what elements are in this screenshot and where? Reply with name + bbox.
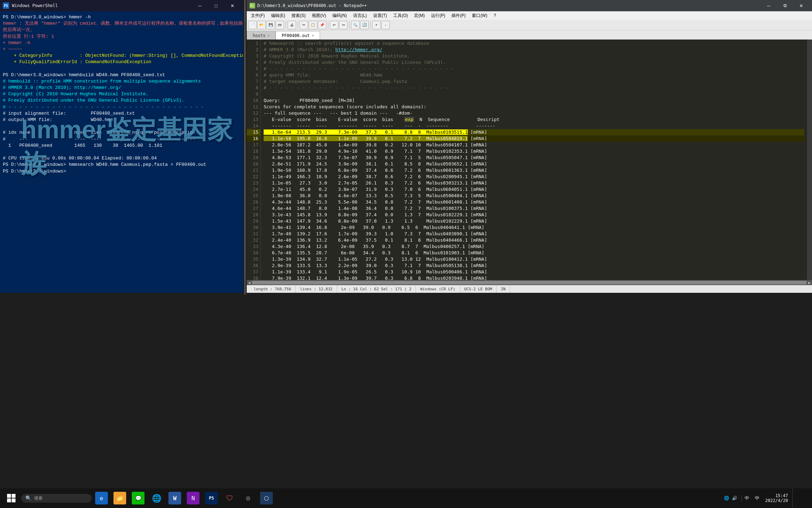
code-line-24: 2.7e-11 45.0 0.2 3.8e-07 31.9 0.3 7.0 6 … — [264, 186, 804, 193]
menu-window[interactable]: 窗口(W) — [469, 12, 490, 19]
ps-line: # Freely distributed under the GNU Gener… — [3, 97, 240, 104]
menu-help[interactable]: ? — [491, 12, 499, 19]
line-num: 26 — [247, 199, 260, 205]
code-line-23: 1.1e-05 27.3 3.0 2.7e-05 26.1 0.3 7.2 6 … — [264, 180, 804, 186]
taskbar: 🔍 搜索 e 📁 💬 🌐 W N PS — [0, 488, 812, 508]
line-num: 21 — [247, 167, 260, 174]
toolbar-replace[interactable]: 🔄 — [360, 21, 369, 29]
code-line-5: # - - - - - - - - - - - - - - - - - - - … — [264, 66, 804, 72]
start-icon — [7, 494, 16, 502]
taskbar-word-icon[interactable]: W — [166, 488, 183, 508]
line-num: 1 — [247, 40, 260, 47]
menu-tools[interactable]: 工具(O) — [390, 12, 411, 19]
start-button[interactable] — [3, 490, 20, 507]
menu-macro[interactable]: 宏(M) — [411, 12, 427, 19]
line-num: 20 — [247, 161, 260, 167]
ime-indicator[interactable]: 中 — [742, 495, 752, 501]
npp-close-button[interactable]: ✕ — [793, 0, 809, 11]
line-num: 10 — [247, 97, 260, 104]
ps-line — [3, 66, 240, 72]
ps-line: + hmmer -h — [3, 40, 240, 46]
code-line-22: 1.1e-49 166.3 18.9 2.6e-09 38.7 0.6 7.2 … — [264, 174, 804, 180]
taskbar-terminal-icon[interactable]: ⬡ — [258, 488, 275, 508]
tab-hosts[interactable]: hosts ✕ — [247, 31, 276, 40]
menu-language[interactable]: 语言(L) — [350, 12, 370, 19]
ps-minimize-button[interactable]: ─ — [192, 0, 208, 11]
code-line-11: Scores for complete sequences (score inc… — [264, 104, 804, 110]
ps-line: PS D:\hmmer3.0_windows> — [3, 168, 240, 175]
toolbar-copy[interactable]: 📋 — [309, 21, 317, 29]
menu-run[interactable]: 运行(P) — [428, 12, 448, 19]
taskbar-security-icon[interactable]: 🛡 — [221, 488, 238, 508]
taskbar-explorer-icon[interactable]: 📁 — [111, 488, 128, 508]
toolbar-undo[interactable]: ↩ — [330, 21, 338, 29]
menu-search[interactable]: 搜索(S) — [289, 12, 308, 19]
toolbar-zoomout[interactable]: - — [381, 21, 390, 29]
status-position: Ln : 16 Col : 62 Sel : 171 | 2 — [337, 285, 416, 293]
ps-content: PS D:\hmmer3.0_windows> hmmer -h hmmer :… — [0, 11, 243, 293]
menu-plugins[interactable]: 插件(P) — [449, 12, 468, 19]
taskbar-ps-icon[interactable]: PS — [203, 488, 220, 508]
toolbar-saveall[interactable]: 🗃 — [276, 21, 284, 29]
taskbar-date: 2022/4/20 — [765, 498, 788, 503]
show-desktop-button[interactable] — [792, 488, 806, 508]
tray-network-icon[interactable]: 🌐 — [724, 496, 729, 501]
line-num: 23 — [247, 180, 260, 186]
npp-vertical-scrollbar[interactable] — [807, 40, 812, 280]
ps-line: PS D:\hmmer3.0_windows> hmmsearch WD40.h… — [3, 162, 240, 168]
line-num: 29 — [247, 218, 260, 224]
line-num: 15 — [247, 129, 260, 135]
npp-editor: 1 2 3 4 5 6 7 8 9 10 11 12 13 14 15 16 1… — [247, 40, 812, 280]
taskbar-wechat-icon[interactable]: 💬 — [130, 488, 147, 508]
line-num: 30 — [247, 224, 260, 231]
npp-window-controls: ─ ⧉ ✕ — [761, 0, 809, 11]
system-tray: 🌐 🔊 — [721, 496, 740, 501]
toolbar-redo[interactable]: ↪ — [339, 21, 347, 29]
ps-window-title: Windows PowerShell — [12, 3, 189, 8]
ps-line: # --- ---- ---- ---- -------- ------ ---… — [3, 136, 240, 143]
npp-titlebar: N+ D:\hmmer3.0_windows\PF00400.out - Not… — [247, 0, 812, 11]
menu-settings[interactable]: 设置(T) — [370, 12, 390, 19]
toolbar-print[interactable]: 🖨 — [288, 21, 296, 29]
ps-window-icon: PS — [3, 2, 9, 9]
menu-encoding[interactable]: 编码(N) — [330, 12, 350, 19]
taskbar-clock[interactable]: 15:47 2022/4/20 — [762, 492, 791, 504]
line-num: 3 — [247, 53, 260, 59]
menu-file[interactable]: 文件(F) — [248, 12, 267, 19]
line-num: 27 — [247, 205, 260, 212]
code-editor-content[interactable]: # hmmsearch :: search profile(s) against… — [261, 40, 807, 280]
tab-hosts-close[interactable]: ✕ — [267, 34, 270, 37]
npp-minimize-button[interactable]: ─ — [761, 0, 777, 11]
window-divider — [244, 0, 246, 295]
menu-edit[interactable]: 编辑(E) — [268, 12, 288, 19]
taskbar-settings-icon[interactable]: ⚙ — [240, 488, 257, 508]
menu-view[interactable]: 视图(V) — [309, 12, 329, 19]
code-line-15: 1.6e-64 213.5 29.3 7.3e-09 37.3 0.1 8.8 … — [264, 129, 804, 135]
ps-close-button[interactable]: ✕ — [224, 0, 240, 11]
npp-horizontal-scrollbar[interactable]: ◀ ▶ — [247, 280, 812, 285]
code-line-25: 1.9e-08 36.0 0.0 4.6e-07 33.3 0.5 7.3 5 … — [264, 193, 804, 199]
notifications-icon[interactable]: 中 — [753, 495, 761, 501]
code-line-20: 2.8e-51 171.9 24.5 3.9e-09 38.1 0.1 8.5 … — [264, 161, 804, 167]
toolbar-paste[interactable]: 📌 — [318, 21, 326, 29]
npp-restore-button[interactable]: ⧉ — [777, 0, 793, 11]
toolbar-cut[interactable]: ✂ — [300, 21, 308, 29]
tab-pf00400-close[interactable]: ✕ — [312, 34, 314, 37]
taskbar-ie-icon[interactable]: e — [93, 488, 110, 508]
line-num: 5 — [247, 66, 260, 72]
tab-pf00400[interactable]: PF00400.out ✕ — [276, 31, 320, 40]
powershell-titlebar: PS Windows PowerShell ─ □ ✕ — [0, 0, 243, 11]
tray-volume-icon[interactable]: 🔊 — [732, 496, 737, 501]
ps-line: + CategoryInfo : ObjectNotFound: (hmmer:… — [3, 53, 240, 59]
ps-maximize-button[interactable]: □ — [208, 0, 224, 11]
taskbar-search[interactable]: 🔍 搜索 — [21, 494, 92, 503]
toolbar-find[interactable]: 🔍 — [351, 21, 359, 29]
taskbar-chrome-icon[interactable]: 🌐 — [148, 488, 165, 508]
status-lines: lines : 12,832 — [296, 285, 337, 293]
taskbar-onenote-icon[interactable]: N — [185, 488, 202, 508]
toolbar-save[interactable]: 💾 — [266, 21, 275, 29]
toolbar-zoomin[interactable]: + — [372, 21, 381, 29]
toolbar-new[interactable]: 📄 — [248, 21, 257, 29]
npp-toolbar: 📄 📂 💾 🗃 🖨 ✂ 📋 📌 ↩ ↪ 🔍 🔄 + - — [247, 20, 812, 30]
toolbar-open[interactable]: 📂 — [257, 21, 266, 29]
